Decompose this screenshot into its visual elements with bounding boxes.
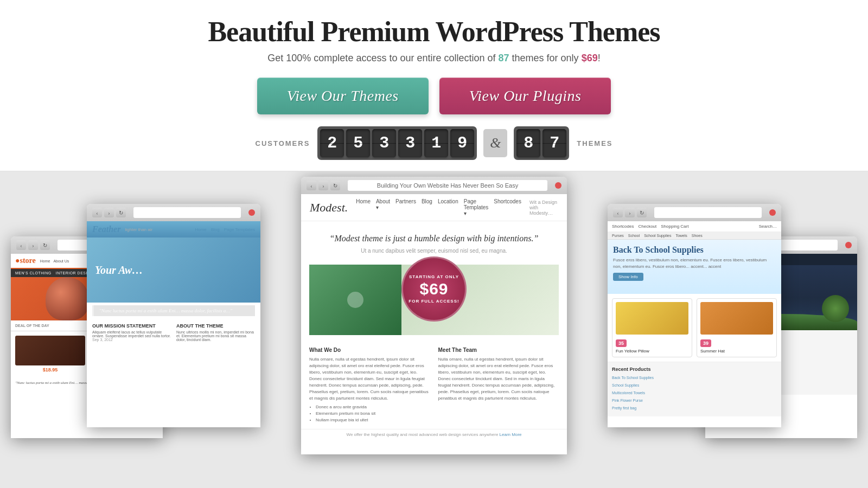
refresh-feather[interactable]: ↻: [116, 208, 126, 217]
badge-bottom: FOR FULL ACCESS!: [409, 299, 459, 304]
shop-hero: Back To School Supplies Fusce eros liber…: [608, 240, 781, 294]
estore-nav-links: Home About Us: [40, 259, 69, 263]
col2-text: Nulla ornare, nulla ut egestas hendrerit…: [438, 356, 559, 402]
back-school[interactable]: ‹: [613, 208, 623, 217]
forward-arrow[interactable]: ›: [28, 240, 38, 250]
badge-top: STARTING AT ONLY: [409, 274, 459, 279]
back-arrow-feather[interactable]: ‹: [92, 208, 102, 217]
modest-hero: “Modest theme is just a humble design wi…: [301, 221, 567, 259]
product-chocolate: $18.95: [15, 336, 85, 373]
theme-digit-2: 7: [542, 129, 566, 157]
about-text: Nunc ultrices mollis mi non, imperdiet m…: [176, 330, 255, 342]
refresh-school[interactable]: ↻: [637, 208, 647, 217]
browser-titlebar-modest: ‹ › ↻ Building Your Own Website Has Neve…: [301, 177, 567, 194]
feather-nav-links: Home Blog Page Templates: [195, 227, 255, 232]
shop-nav: Shortcodes Checkout Shopping Cart Search…: [608, 221, 781, 232]
close-modest[interactable]: [555, 182, 561, 189]
theme-count: 87: [499, 53, 509, 63]
mission-date: Sep 3, 2012: [92, 338, 171, 342]
customers-label: CUSTOMERS: [256, 139, 310, 147]
modest-hero-sub: Ut a nunc dapibus velit semper, euismod …: [317, 248, 551, 254]
back-arrow-modest[interactable]: ‹: [307, 181, 316, 190]
modest-tagline: Wit a Design with Modesty…: [529, 200, 558, 216]
mission-title: OUR MISSION STATEMENT: [92, 323, 171, 329]
nav-arrows-school: ‹ › ↻: [613, 208, 647, 217]
close-dark[interactable]: [845, 242, 852, 248]
nav-arrows-feather: ‹ › ↻: [92, 208, 126, 217]
feather-sub: lighter than air: [125, 227, 152, 232]
mission-col: OUR MISSION STATEMENT Aliquam eleifend l…: [92, 323, 171, 342]
digit-6: 9: [450, 129, 474, 157]
product-yellow-pillow: 35 Fun Yellow Pillow: [612, 298, 692, 357]
nav-arrows: ‹ › ↻: [16, 240, 50, 250]
feather-quote: "Nunc luctus porta mi a estib ulum Eni… …: [92, 305, 255, 316]
back-arrow[interactable]: ‹: [16, 240, 26, 250]
mission-text: Aliquam eleifend lacus ac tellus vulputa…: [92, 330, 171, 338]
estore-logo: ●store: [15, 256, 36, 265]
pillow-price-badge: 35: [616, 339, 627, 347]
feather-hero-content: Your Aw…: [95, 264, 143, 277]
bottom-text: We offer the highest quality and most ad…: [346, 432, 498, 437]
feather-logo: Feather: [92, 224, 120, 234]
col1-text: Nulla ornare, nulla ut egestas hendrerit…: [309, 356, 430, 402]
subtitle-end: !: [598, 53, 601, 63]
address-bar-modest[interactable]: Building Your Own Website Has Never Been…: [348, 180, 547, 191]
close-feather[interactable]: [248, 209, 255, 216]
modest-quote: “Modest theme is just a humble design wi…: [317, 232, 551, 245]
subtitle-text-before: Get 100% complete access to our entire c…: [267, 53, 498, 63]
modest-nav: Modest. Home About ▾ Partners Blog Locat…: [301, 194, 567, 221]
hat-price-badge: 39: [700, 339, 711, 347]
forward-school[interactable]: ›: [625, 208, 635, 217]
show-info-button[interactable]: Show Info: [613, 273, 643, 281]
browser-modest: ‹ › ↻ Building Your Own Website Has Neve…: [301, 177, 567, 454]
theme-digit-1: 8: [516, 129, 540, 157]
modest-bottom: We offer the highest quality and most ad…: [301, 429, 567, 440]
modest-col-1: What We Do Nulla ornare, nulla ut egesta…: [309, 346, 430, 423]
browser-titlebar-school: ‹ › ↻: [608, 204, 781, 221]
forward-arrow-modest[interactable]: ›: [318, 181, 328, 190]
forward-arrow-feather[interactable]: ›: [104, 208, 114, 217]
nav-arrows-modest: ‹ › ↻: [307, 181, 340, 190]
modest-content-area: What We Do Nulla ornare, nulla ut egesta…: [301, 341, 567, 429]
themes-counter: 8 7: [514, 126, 569, 160]
close-school[interactable]: [769, 209, 776, 216]
subtitle: Get 100% complete access to our entire c…: [267, 53, 600, 64]
themes-label: THEMES: [577, 139, 612, 147]
subtitle-text-middle: themes for only: [509, 53, 582, 63]
digit-4: 3: [398, 129, 422, 157]
modest-nav-links: Home About ▾ Partners Blog Location Page…: [356, 198, 521, 216]
flower-icon: [347, 292, 363, 308]
feather-content: Feather lighter than air Home Blog Page …: [87, 221, 260, 427]
view-themes-button[interactable]: View Our Themes: [257, 78, 429, 114]
shop-categories: Purses School School Supplies Towels Sho…: [608, 232, 781, 240]
tree-circle: [822, 295, 849, 322]
feather-nav: Feather lighter than air Home Blog Page …: [87, 221, 260, 237]
recent-products: Recent Products Back To School Supplies …: [608, 362, 781, 416]
address-bar-feather[interactable]: [133, 207, 241, 218]
price-badge: STARTING AT ONLY $69 FOR FULL ACCESS!: [401, 256, 467, 322]
product-price-1: $18.95: [15, 367, 85, 373]
modest-col-2: Meet The Team Nulla ornare, nulla ut ege…: [438, 346, 559, 423]
col2-title: Meet The Team: [438, 346, 559, 354]
refresh-modest[interactable]: ↻: [330, 181, 340, 190]
top-section: Beautiful Premium WordPress Themes Get 1…: [0, 0, 868, 171]
recent-products-list: Back To School Supplies School Supplies …: [612, 374, 777, 412]
address-bar-school[interactable]: [654, 207, 762, 218]
product-summer-hat: 39 Summer Hat: [697, 298, 777, 357]
shop-hero-title: Back To School Supplies: [613, 245, 776, 255]
browser-feather: ‹ › ↻ Feather lighter than air Home Blog…: [87, 204, 260, 427]
col1-title: What We Do: [309, 346, 430, 354]
hat-image: [700, 302, 773, 335]
feather-hero: Your Aw…: [87, 237, 260, 303]
customer-counter: 2 5 3 3 1 9: [317, 126, 477, 160]
learn-more[interactable]: Learn More: [500, 432, 522, 437]
modest-content: Modest. Home About ▾ Partners Blog Locat…: [301, 194, 567, 454]
view-plugins-button[interactable]: View Our Plugins: [439, 78, 611, 114]
modest-image-nature: [309, 265, 401, 335]
school-content: Shortcodes Checkout Shopping Cart Search…: [608, 221, 781, 427]
digit-2: 5: [346, 129, 370, 157]
browser-titlebar-feather: ‹ › ↻: [87, 204, 260, 221]
refresh-icon[interactable]: ↻: [40, 240, 50, 250]
shop-hero-text: Fusce eros libero, vestibulum non, eleme…: [613, 257, 776, 270]
pillow-name: Fun Yellow Pillow: [616, 349, 688, 354]
